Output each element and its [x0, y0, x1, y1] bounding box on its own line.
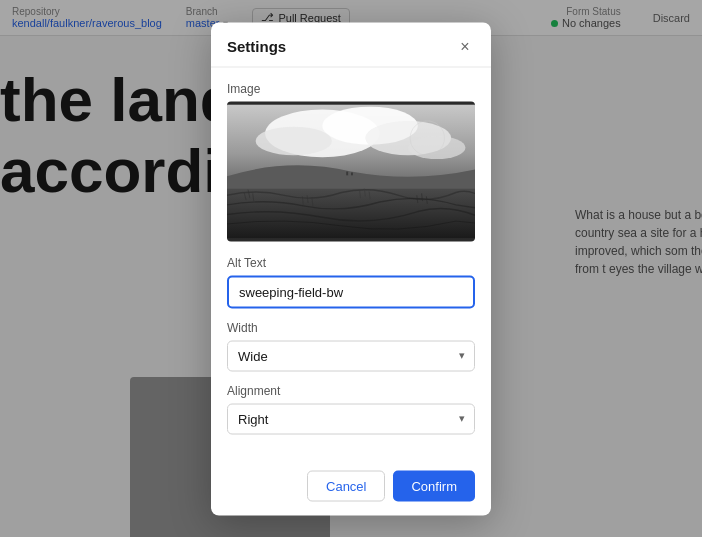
width-field-group: Width Wide Full Narrow Medium ▾	[227, 320, 475, 371]
alt-text-label: Alt Text	[227, 255, 475, 269]
width-label: Width	[227, 320, 475, 334]
cancel-button[interactable]: Cancel	[307, 470, 385, 501]
dialog-header: Settings ×	[211, 22, 491, 67]
dialog-title: Settings	[227, 38, 286, 55]
landscape-svg	[227, 101, 475, 241]
svg-rect-8	[346, 171, 348, 175]
image-preview	[227, 101, 475, 241]
image-field-group: Image	[227, 81, 475, 241]
image-label: Image	[227, 81, 475, 95]
width-select-wrapper: Wide Full Narrow Medium ▾	[227, 340, 475, 371]
alignment-select[interactable]: Left Center Right Full	[227, 403, 475, 434]
confirm-button[interactable]: Confirm	[393, 470, 475, 501]
svg-point-4	[256, 126, 332, 155]
close-button[interactable]: ×	[455, 36, 475, 56]
svg-rect-7	[227, 188, 475, 238]
alignment-field-group: Alignment Left Center Right Full ▾	[227, 383, 475, 434]
width-select[interactable]: Wide Full Narrow Medium	[227, 340, 475, 371]
svg-rect-9	[351, 172, 353, 175]
settings-dialog: Settings × Image	[211, 22, 491, 515]
dialog-footer: Cancel Confirm	[211, 460, 491, 515]
alignment-select-wrapper: Left Center Right Full ▾	[227, 403, 475, 434]
alt-text-input[interactable]	[227, 275, 475, 308]
alt-text-field-group: Alt Text	[227, 255, 475, 308]
dialog-body: Image	[211, 67, 491, 460]
svg-point-6	[408, 136, 465, 159]
alignment-label: Alignment	[227, 383, 475, 397]
